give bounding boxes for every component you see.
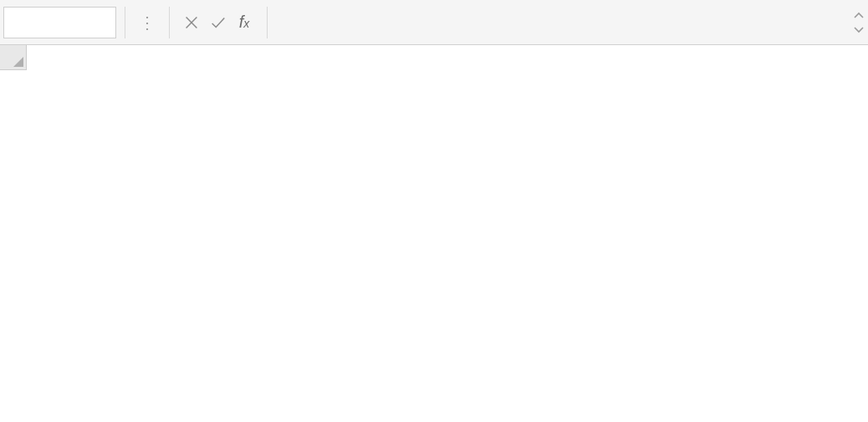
formula-bar-expand[interactable]: [850, 12, 868, 33]
separator: [125, 7, 125, 38]
name-box[interactable]: [3, 7, 116, 38]
range-selector-icon[interactable]: ⋮: [134, 7, 161, 38]
cancel-icon[interactable]: [178, 7, 205, 38]
formula-bar: ⋮ fx: [0, 0, 868, 45]
formula-input[interactable]: [276, 7, 850, 38]
enter-icon[interactable]: [205, 7, 232, 38]
separator: [169, 7, 170, 38]
fx-icon[interactable]: fx: [232, 7, 258, 38]
spreadsheet-grid: [0, 45, 868, 422]
select-all-corner[interactable]: [0, 45, 27, 70]
separator: [267, 7, 268, 38]
